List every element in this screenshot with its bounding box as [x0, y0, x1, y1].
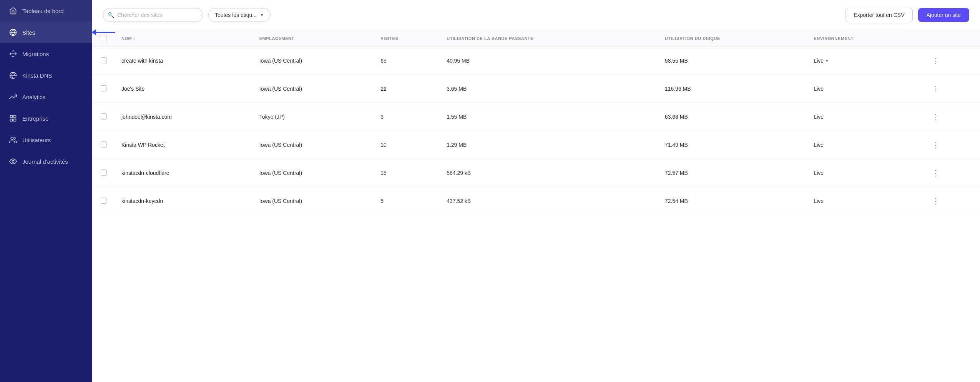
- row-disque: 72.54 MB: [659, 187, 808, 215]
- globe-icon: [9, 28, 17, 36]
- row-checkbox[interactable]: [101, 57, 107, 63]
- row-checkbox[interactable]: [101, 141, 107, 148]
- sidebar-item-kinsta-dns[interactable]: Kinsta DNS: [0, 65, 92, 86]
- sidebar-item-entreprise[interactable]: Entreprise: [0, 108, 92, 129]
- svg-point-8: [12, 161, 14, 163]
- row-checkbox-cell: [92, 47, 115, 75]
- col-emplacement: EMPLACEMENT: [253, 30, 374, 47]
- svg-rect-3: [10, 116, 13, 118]
- trending-up-icon: [9, 93, 17, 101]
- row-checkbox[interactable]: [101, 85, 107, 91]
- row-emplacement: Iowa (US Central): [253, 159, 374, 187]
- row-disque: 116.96 MB: [659, 75, 808, 103]
- search-input[interactable]: [103, 8, 203, 22]
- row-disque: 63.68 MB: [659, 103, 808, 131]
- export-csv-button[interactable]: Exporter tout en CSV: [845, 8, 912, 22]
- dns-icon: [9, 71, 17, 79]
- table-row: create with kinsta Iowa (US Central) 65 …: [92, 47, 980, 75]
- row-checkbox[interactable]: [101, 169, 107, 176]
- col-environnement: ENVIRONNEMENT: [807, 30, 922, 47]
- row-bande: 3.65 MB: [440, 75, 659, 103]
- row-actions: ⋮: [922, 159, 980, 187]
- row-emplacement: Iowa (US Central): [253, 187, 374, 215]
- arrow-indicator: [91, 29, 115, 35]
- row-environnement: Live: [807, 75, 922, 103]
- row-emplacement: Iowa (US Central): [253, 75, 374, 103]
- row-environnement: Live: [807, 159, 922, 187]
- row-more-button[interactable]: ⋮: [929, 111, 942, 122]
- col-nom[interactable]: NOM ↑: [115, 30, 253, 47]
- row-nom: Kinsta WP Rocket: [115, 131, 253, 159]
- col-bande: UTILISATION DE LA BANDE PASSANTE: [440, 30, 659, 47]
- col-disque: UTILISATION DU DISQUE: [659, 30, 808, 47]
- row-more-button[interactable]: ⋮: [929, 140, 942, 150]
- filter-label: Toutes les étiqu...: [215, 12, 257, 18]
- col-actions: [922, 30, 980, 47]
- row-visites: 10: [374, 131, 440, 159]
- sidebar-item-label: Utilisateurs: [22, 137, 51, 143]
- sidebar: Tableau de bord Sites Migrations Kinsta: [0, 0, 92, 382]
- sidebar-item-label: Sites: [22, 29, 35, 36]
- migrations-icon: [9, 50, 17, 58]
- table-row: Kinsta WP Rocket Iowa (US Central) 10 1.…: [92, 131, 980, 159]
- table-body: create with kinsta Iowa (US Central) 65 …: [92, 47, 980, 215]
- filter-dropdown[interactable]: Toutes les étiqu... ▼: [208, 8, 271, 22]
- sidebar-item-label: Tableau de bord: [22, 8, 64, 14]
- row-checkbox-cell: [92, 131, 115, 159]
- sidebar-item-journal[interactable]: Journal d'activités: [0, 151, 92, 172]
- select-all-checkbox[interactable]: [101, 35, 107, 41]
- row-actions: ⋮: [922, 187, 980, 215]
- row-emplacement: Iowa (US Central): [253, 47, 374, 75]
- table-row: kinstacdn-keycdn Iowa (US Central) 5 437…: [92, 187, 980, 215]
- row-nom: johndoe@kinsta.com: [115, 103, 253, 131]
- row-nom: kinstacdn-cloudflare: [115, 159, 253, 187]
- sidebar-item-migrations[interactable]: Migrations: [0, 43, 92, 65]
- sidebar-item-label: Analytics: [22, 94, 45, 100]
- row-environnement: Live ▾: [807, 47, 922, 75]
- col-visites: VISITES: [374, 30, 440, 47]
- sidebar-item-sites[interactable]: Sites: [0, 22, 92, 43]
- row-bande: 584.29 kB: [440, 159, 659, 187]
- sidebar-item-analytics[interactable]: Analytics: [0, 86, 92, 108]
- row-more-button[interactable]: ⋮: [929, 196, 942, 206]
- table-row: kinstacdn-cloudflare Iowa (US Central) 1…: [92, 159, 980, 187]
- sites-table: NOM ↑ EMPLACEMENT VISITES UTILISATION DE…: [92, 30, 980, 215]
- row-checkbox-cell: [92, 159, 115, 187]
- sidebar-item-label: Kinsta DNS: [22, 72, 52, 79]
- row-checkbox[interactable]: [101, 113, 107, 120]
- table-row: Joe's Site Iowa (US Central) 22 3.65 MB …: [92, 75, 980, 103]
- chevron-down-icon: ▼: [260, 13, 264, 17]
- eye-icon: [9, 158, 17, 165]
- row-more-button[interactable]: ⋮: [929, 168, 942, 178]
- row-checkbox-cell: [92, 187, 115, 215]
- row-bande: 40.95 MB: [440, 47, 659, 75]
- sidebar-item-label: Migrations: [22, 51, 49, 57]
- search-icon: 🔍: [108, 12, 114, 18]
- row-actions: ⋮: [922, 103, 980, 131]
- add-site-button[interactable]: Ajouter un site: [918, 8, 970, 22]
- row-actions: ⋮: [922, 47, 980, 75]
- row-bande: 1.29 MB: [440, 131, 659, 159]
- row-checkbox-cell: [92, 75, 115, 103]
- main-content: 🔍 Toutes les étiqu... ▼ Exporter tout en…: [92, 0, 980, 382]
- sidebar-item-utilisateurs[interactable]: Utilisateurs: [0, 129, 92, 151]
- row-more-button[interactable]: ⋮: [929, 55, 942, 66]
- sidebar-item-tableau[interactable]: Tableau de bord: [0, 0, 92, 22]
- svg-point-7: [11, 137, 13, 140]
- row-environnement: Live: [807, 103, 922, 131]
- sidebar-item-label: Journal d'activités: [22, 158, 68, 165]
- svg-rect-5: [14, 119, 16, 121]
- row-disque: 58.55 MB: [659, 47, 808, 75]
- row-visites: 3: [374, 103, 440, 131]
- row-actions: ⋮: [922, 131, 980, 159]
- table-row: johndoe@kinsta.com Tokyo (JP) 3 1.55 MB …: [92, 103, 980, 131]
- row-environnement: Live: [807, 187, 922, 215]
- search-wrapper: 🔍: [103, 8, 203, 22]
- row-more-button[interactable]: ⋮: [929, 83, 942, 94]
- row-disque: 71.49 MB: [659, 131, 808, 159]
- row-checkbox[interactable]: [101, 198, 107, 204]
- row-bande: 1.55 MB: [440, 103, 659, 131]
- svg-rect-4: [14, 116, 16, 118]
- row-nom: Joe's Site: [115, 75, 253, 103]
- sites-table-container: NOM ↑ EMPLACEMENT VISITES UTILISATION DE…: [92, 30, 980, 382]
